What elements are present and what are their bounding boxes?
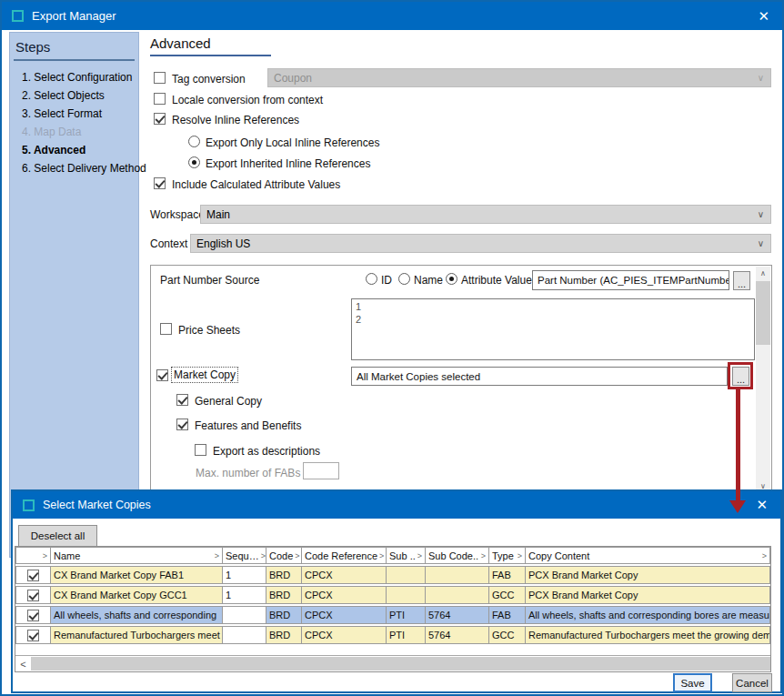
filter-icon[interactable]: > xyxy=(760,551,767,560)
filter-icon[interactable]: > xyxy=(213,551,219,560)
tag-conversion-select[interactable]: Coupon ∨ xyxy=(267,68,771,87)
column-header[interactable]: Sub Code..> xyxy=(426,547,489,564)
table-cell[interactable]: CX Brand Market Copy GCC1 xyxy=(51,586,223,604)
table-cell[interactable]: BRD xyxy=(266,586,302,604)
steps-item[interactable]: 3. Select Format xyxy=(10,105,138,123)
context-select[interactable]: English US ∨ xyxy=(190,234,771,253)
export-inherited-radio[interactable] xyxy=(188,156,200,168)
filter-icon[interactable]: > xyxy=(41,551,47,560)
pns-id-radio[interactable] xyxy=(366,273,377,285)
group-vertical-scrollbar[interactable]: ∧ ∨ xyxy=(756,267,770,493)
part-number-attribute-field[interactable]: Part Number (AC_PIES_ITEMPartNumber) xyxy=(532,270,729,290)
filter-icon[interactable]: > xyxy=(293,551,299,560)
column-header[interactable]: > xyxy=(15,547,51,564)
column-header[interactable]: Code Reference> xyxy=(302,547,387,564)
price-sheets-list[interactable]: 12 xyxy=(351,298,755,360)
table-cell[interactable]: PCX Brand Market Copy xyxy=(526,566,770,584)
close-icon[interactable]: ✕ xyxy=(756,497,768,513)
general-copy-checkbox[interactable] xyxy=(176,394,188,406)
table-cell[interactable]: FAB xyxy=(489,606,526,624)
resolve-inline-checkbox[interactable] xyxy=(154,113,166,125)
scrollbar-thumb[interactable] xyxy=(31,657,770,671)
steps-item[interactable]: 2. Select Objects xyxy=(10,86,138,105)
table-cell[interactable] xyxy=(223,626,266,644)
table-cell[interactable]: BRD xyxy=(266,626,302,644)
steps-item[interactable]: 6. Select Delivery Method xyxy=(10,159,138,177)
table-cell[interactable]: CPCX xyxy=(302,606,387,624)
table-cell[interactable]: 1 xyxy=(223,566,266,584)
table-row[interactable]: All wheels, shafts and correspondingBRDC… xyxy=(15,606,770,624)
table-cell[interactable]: All wheels, shafts and corresponding xyxy=(51,606,223,624)
table-cell[interactable]: 5764 xyxy=(426,606,489,624)
filter-icon[interactable]: > xyxy=(377,551,384,560)
row-checkbox[interactable] xyxy=(27,590,39,601)
steps-item[interactable]: 5. Advanced xyxy=(10,141,138,159)
table-cell[interactable]: CPCX xyxy=(302,566,387,584)
features-benefits-checkbox[interactable] xyxy=(176,419,188,430)
table-horizontal-scrollbar[interactable]: < xyxy=(15,655,770,671)
table-cell[interactable]: Remanufactured Turbochargers meet xyxy=(51,626,223,644)
column-header[interactable]: Sequ…> xyxy=(223,547,266,564)
table-cell[interactable]: All wheels, shafts and corresponding bor… xyxy=(526,606,770,624)
table-cell[interactable] xyxy=(387,586,426,604)
table-cell[interactable] xyxy=(387,566,426,584)
tag-conversion-checkbox[interactable] xyxy=(154,72,166,84)
steps-item[interactable]: 4. Map Data xyxy=(10,123,138,141)
table-row[interactable]: CX Brand Market Copy GCC11BRDCPCXGCCPCX … xyxy=(15,586,770,604)
table-cell[interactable]: PTI xyxy=(387,626,426,644)
table-row[interactable]: Remanufactured Turbochargers meetBRDCPCX… xyxy=(15,626,770,644)
row-checkbox[interactable] xyxy=(27,610,39,621)
filter-icon[interactable]: > xyxy=(259,551,266,560)
column-header[interactable]: Sub ..> xyxy=(387,547,426,564)
price-sheet-item[interactable]: 2 xyxy=(356,313,750,326)
table-cell[interactable]: 1 xyxy=(223,586,266,604)
cancel-button[interactable]: Cancel xyxy=(732,673,772,692)
table-cell[interactable]: FAB xyxy=(489,566,526,584)
part-number-attribute-value: Part Number (AC_PIES_ITEMPartNumber) xyxy=(538,275,729,286)
filter-icon[interactable]: > xyxy=(479,551,486,560)
export-local-radio[interactable] xyxy=(188,136,200,147)
export-descriptions-checkbox[interactable] xyxy=(195,444,206,456)
scroll-up-icon[interactable]: ∧ xyxy=(756,267,770,280)
filter-icon[interactable]: > xyxy=(516,551,522,560)
part-number-browse-button[interactable]: ... xyxy=(733,271,750,290)
max-fabs-field[interactable] xyxy=(303,462,339,479)
pns-attribute-radio[interactable] xyxy=(446,273,457,285)
table-cell[interactable] xyxy=(426,566,489,584)
save-button[interactable]: Save xyxy=(673,673,712,692)
table-cell[interactable]: PTI xyxy=(387,606,426,624)
market-copy-field[interactable]: All Market Copies selected xyxy=(351,367,728,386)
workspace-select[interactable]: Main ∨ xyxy=(200,205,771,224)
column-header[interactable]: Type> xyxy=(489,547,526,564)
table-cell[interactable] xyxy=(223,606,266,624)
market-copy-checkbox[interactable] xyxy=(156,369,168,381)
table-cell[interactable]: BRD xyxy=(266,606,302,624)
column-header[interactable]: Name> xyxy=(51,547,223,564)
include-calculated-checkbox[interactable] xyxy=(154,177,166,189)
row-checkbox[interactable] xyxy=(27,570,39,581)
row-checkbox[interactable] xyxy=(27,630,39,641)
table-cell[interactable]: BRD xyxy=(266,566,302,584)
column-header[interactable]: Code> xyxy=(266,547,302,564)
column-header[interactable]: Copy Content> xyxy=(526,547,770,564)
pns-name-radio[interactable] xyxy=(398,273,410,285)
table-cell[interactable] xyxy=(426,586,489,604)
table-cell[interactable]: 5764 xyxy=(426,626,489,644)
deselect-all-button[interactable]: Deselect all xyxy=(18,525,97,547)
table-row[interactable]: CX Brand Market Copy FAB11BRDCPCXFABPCX … xyxy=(15,566,770,584)
steps-item[interactable]: 1. Select Configuration xyxy=(10,68,138,86)
filter-icon[interactable]: > xyxy=(416,551,422,560)
close-icon[interactable]: ✕ xyxy=(758,8,769,25)
table-cell[interactable]: CX Brand Market Copy FAB1 xyxy=(51,566,223,584)
locale-conversion-checkbox[interactable] xyxy=(154,93,166,105)
table-cell[interactable]: GCC xyxy=(489,626,526,644)
table-cell[interactable]: Remanufactured Turbochargers meet the gr… xyxy=(526,626,770,644)
table-cell[interactable]: PCX Brand Market Copy xyxy=(526,586,770,604)
price-sheet-item[interactable]: 1 xyxy=(356,300,750,313)
table-cell[interactable]: CPCX xyxy=(302,626,387,644)
price-sheets-checkbox[interactable] xyxy=(160,323,172,335)
table-cell[interactable]: CPCX xyxy=(302,586,387,604)
scrollbar-thumb[interactable] xyxy=(756,281,770,345)
scroll-left-icon[interactable]: < xyxy=(15,656,31,671)
table-cell[interactable]: GCC xyxy=(489,586,526,604)
